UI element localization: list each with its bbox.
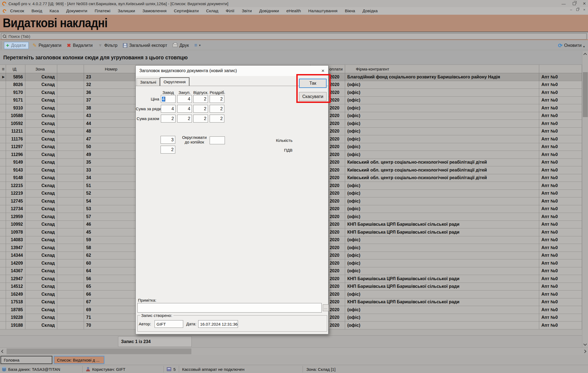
vertical-scroll-thumb[interactable] — [583, 72, 588, 117]
cell-zone: Склад — [25, 259, 57, 267]
vat-label: ПДВ — [260, 148, 293, 152]
delete-x-icon: ✖ — [67, 42, 71, 48]
matrix-field-1-2[interactable]: 2 — [193, 105, 208, 113]
vertical-scrollbar[interactable] — [582, 51, 588, 347]
matrix-field-1-1[interactable]: 4 — [177, 105, 192, 113]
annotation-red-box — [296, 74, 331, 103]
column-header-id[interactable]: ІД — [6, 65, 25, 73]
column-header-empty[interactable] — [57, 65, 84, 73]
matrix-field-2-2[interactable]: 2 — [193, 115, 208, 123]
matrix-field-2-0[interactable]: 2 — [161, 115, 176, 123]
menu-item-6[interactable]: Замовлення — [142, 8, 166, 13]
menu-item-11[interactable]: Довідники — [259, 8, 279, 13]
dialog-tab-1[interactable]: Округлення — [160, 77, 189, 86]
cell-number: 65 — [84, 283, 136, 291]
row-indicator — [0, 322, 6, 329]
cell-id: 14512 — [6, 283, 25, 291]
matrix-field-2-3[interactable]: 2 — [210, 115, 224, 123]
date-field[interactable]: 16.07.2024 12:31:36 — [198, 320, 238, 328]
matrix-field-0-0[interactable]: 4 — [161, 95, 176, 103]
matrix-field-0-1[interactable]: 4 — [177, 95, 192, 103]
round-field[interactable] — [210, 136, 225, 144]
cell-number: 54 — [84, 197, 136, 205]
cell-zone: Склад — [25, 252, 57, 259]
menu-item-3[interactable]: Документи — [66, 8, 87, 13]
menu-item-14[interactable]: Вікна — [345, 8, 355, 13]
menu-item-15[interactable]: Довідка — [363, 8, 378, 13]
menu-item-4[interactable]: Платежі — [95, 8, 110, 13]
cell-id: 10588 — [6, 112, 25, 120]
cell-number: 43 — [84, 112, 136, 120]
column-header-apt[interactable] — [539, 65, 582, 73]
print-button[interactable]: Друк — [173, 43, 189, 48]
rounding-dialog: Заголовок видаткового документа (новий з… — [135, 65, 328, 334]
cell-firm: (офіс) — [345, 252, 539, 259]
cell-number: 44 — [84, 120, 136, 127]
mdi-restore-button[interactable] — [576, 8, 579, 11]
matrix-field-2-1[interactable]: 2 — [177, 115, 192, 123]
tab-home[interactable]: Головна — [1, 356, 52, 364]
menu-item-2[interactable]: Каса — [50, 8, 59, 13]
menu-item-12[interactable]: eHealth — [286, 8, 301, 13]
menu-item-5[interactable]: Залишки — [118, 8, 135, 13]
tab-invoice-list[interactable]: Список: Видаткові д ... — [54, 356, 104, 364]
cell-empty — [57, 314, 84, 322]
menu-item-7[interactable]: Сертифікати — [174, 8, 199, 13]
menu-item-8[interactable]: Склад — [206, 8, 218, 13]
row-indicator — [0, 190, 6, 197]
cell-firm: (офіс) — [345, 259, 539, 267]
note-more-button[interactable]: ... — [323, 304, 329, 311]
column-header-zone[interactable]: Зона — [25, 65, 57, 73]
mdi-close-button[interactable]: × — [583, 8, 585, 12]
horizontal-scrollbar[interactable] — [0, 347, 588, 355]
qty-field[interactable]: 3 — [161, 136, 175, 144]
search-input[interactable]: Поиск (Tab) — [1, 33, 587, 39]
view-options-button[interactable]: ≡ ▾ — [194, 42, 201, 48]
scroll-up-icon[interactable] — [583, 53, 587, 56]
cell-apt: Апт №0 — [539, 174, 582, 182]
minimize-button[interactable]: — — [562, 1, 566, 6]
note-field[interactable] — [137, 303, 322, 313]
column-header-firm[interactable]: Фірма-контрагент — [345, 65, 539, 73]
mdi-minimize-button[interactable]: – — [570, 8, 572, 12]
restore-button[interactable] — [573, 2, 576, 5]
menu-item-13[interactable]: Налаштування — [308, 8, 337, 13]
cell-number: 59 — [84, 236, 136, 244]
printer-icon — [173, 44, 177, 47]
toolbar-grip[interactable] — [1, 42, 2, 49]
matrix-field-1-3[interactable]: 2 — [210, 105, 224, 113]
menu-item-9[interactable]: Філії — [226, 8, 234, 13]
cell-zone: Склад — [25, 143, 57, 151]
close-button[interactable]: × — [583, 1, 586, 7]
add-button[interactable]: + Додати — [4, 42, 29, 49]
menu-item-10[interactable]: Звіти — [242, 8, 252, 13]
status-cash-count: 5 — [167, 365, 176, 373]
scroll-down-icon[interactable] — [583, 342, 587, 346]
matrix-field-0-3[interactable]: 2 — [210, 95, 224, 103]
horizontal-scroll-thumb[interactable] — [7, 348, 191, 354]
refresh-button[interactable]: ⟳ Оновити ▾ — [558, 41, 585, 50]
matrix-field-0-2[interactable]: 2 — [193, 95, 208, 103]
cell-apt: Апт №0 — [539, 182, 582, 189]
edit-button[interactable]: ✎ Редагувати — [32, 42, 61, 48]
database-icon — [2, 367, 6, 371]
dialog-tab-0[interactable]: Загальні — [137, 78, 160, 86]
row-indicator: ▶ — [0, 73, 6, 81]
dialog-close-icon[interactable]: × — [321, 68, 324, 74]
delete-button[interactable]: ✖ Видалити — [67, 42, 92, 48]
author-field[interactable]: GIFT — [155, 320, 183, 328]
cell-empty — [57, 81, 84, 89]
cell-apt: Апт №0 — [539, 252, 582, 259]
column-header-number[interactable]: Номер — [84, 65, 136, 73]
menu-item-1[interactable]: Вихід — [32, 8, 42, 13]
filter-button[interactable]: ▼ Фільтр — [98, 43, 117, 48]
cell-empty — [57, 112, 84, 120]
cell-firm: (офіс) — [345, 81, 539, 89]
menu-item-0[interactable]: Список — [10, 8, 24, 13]
group-by-box[interactable]: Перетягніть заголовок колонки сюди для у… — [0, 50, 588, 65]
vat-field[interactable]: 2 — [161, 146, 175, 154]
scroll-left-icon[interactable] — [1, 350, 5, 353]
scroll-right-icon[interactable] — [583, 350, 586, 353]
export-button[interactable]: Загальний експорт — [123, 43, 167, 48]
matrix-field-1-0[interactable]: 4 — [161, 105, 176, 113]
